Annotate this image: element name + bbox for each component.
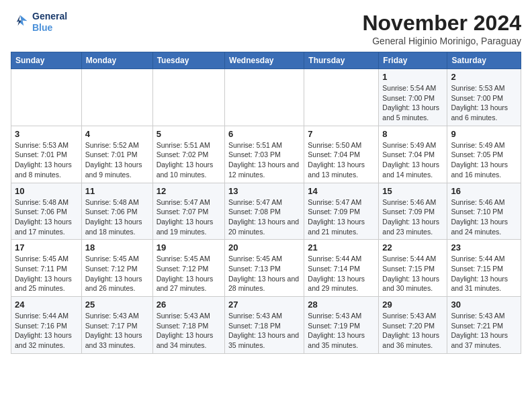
day-number: 1	[382, 72, 443, 82]
day-number: 30	[451, 300, 517, 310]
page-subtitle: General Higinio Morinigo, Paraguay	[362, 36, 521, 46]
calendar-cell	[81, 69, 152, 126]
day-info: Sunrise: 5:45 AMSunset: 7:12 PMDaylight:…	[85, 254, 149, 293]
calendar-cell	[225, 69, 304, 126]
day-number: 15	[382, 186, 443, 196]
calendar-cell	[304, 69, 379, 126]
calendar-cell: 4Sunrise: 5:52 AMSunset: 7:01 PMDaylight…	[81, 126, 152, 183]
calendar-cell: 1Sunrise: 5:54 AMSunset: 7:00 PMDaylight…	[379, 69, 447, 126]
calendar-cell: 5Sunrise: 5:51 AMSunset: 7:02 PMDaylight…	[152, 126, 224, 183]
weekday-header-row: SundayMondayTuesdayWednesdayThursdayFrid…	[11, 52, 521, 69]
day-info: Sunrise: 5:44 AMSunset: 7:16 PMDaylight:…	[15, 311, 78, 351]
day-info: Sunrise: 5:46 AMSunset: 7:10 PMDaylight:…	[451, 197, 517, 237]
day-number: 11	[85, 186, 149, 196]
calendar-cell: 29Sunrise: 5:43 AMSunset: 7:20 PMDayligh…	[379, 297, 447, 354]
day-number: 14	[308, 186, 375, 196]
day-number: 3	[15, 129, 78, 139]
day-number: 9	[451, 129, 517, 139]
calendar-cell: 10Sunrise: 5:48 AMSunset: 7:06 PMDayligh…	[11, 183, 82, 240]
day-info: Sunrise: 5:44 AMSunset: 7:14 PMDaylight:…	[308, 254, 375, 293]
day-info: Sunrise: 5:46 AMSunset: 7:09 PMDaylight:…	[382, 197, 443, 237]
calendar-cell: 2Sunrise: 5:53 AMSunset: 7:00 PMDaylight…	[447, 69, 521, 126]
day-info: Sunrise: 5:54 AMSunset: 7:00 PMDaylight:…	[382, 83, 443, 123]
calendar-cell: 30Sunrise: 5:43 AMSunset: 7:21 PMDayligh…	[447, 297, 521, 354]
day-number: 28	[308, 300, 375, 310]
day-info: Sunrise: 5:52 AMSunset: 7:01 PMDaylight:…	[85, 140, 149, 180]
calendar-cell: 9Sunrise: 5:49 AMSunset: 7:05 PMDaylight…	[447, 126, 521, 183]
logo: General Blue	[11, 11, 67, 34]
day-number: 10	[15, 186, 78, 196]
calendar-cell: 18Sunrise: 5:45 AMSunset: 7:12 PMDayligh…	[81, 240, 152, 297]
title-block: November 2024 General Higinio Morinigo, …	[362, 11, 521, 46]
day-info: Sunrise: 5:51 AMSunset: 7:02 PMDaylight:…	[157, 140, 221, 180]
calendar-week-1: 1Sunrise: 5:54 AMSunset: 7:00 PMDaylight…	[11, 69, 521, 126]
day-number: 22	[382, 242, 443, 253]
day-number: 26	[157, 300, 221, 310]
calendar-cell: 13Sunrise: 5:47 AMSunset: 7:08 PMDayligh…	[225, 183, 304, 240]
weekday-header-saturday: Saturday	[447, 52, 521, 69]
day-info: Sunrise: 5:49 AMSunset: 7:04 PMDaylight:…	[382, 140, 443, 180]
day-info: Sunrise: 5:47 AMSunset: 7:08 PMDaylight:…	[228, 197, 300, 237]
day-info: Sunrise: 5:44 AMSunset: 7:15 PMDaylight:…	[451, 254, 517, 293]
day-number: 23	[451, 242, 517, 253]
calendar-table: SundayMondayTuesdayWednesdayThursdayFrid…	[11, 52, 521, 354]
day-info: Sunrise: 5:43 AMSunset: 7:21 PMDaylight:…	[451, 311, 517, 351]
calendar-week-4: 17Sunrise: 5:45 AMSunset: 7:11 PMDayligh…	[11, 240, 521, 297]
day-info: Sunrise: 5:43 AMSunset: 7:18 PMDaylight:…	[228, 311, 300, 351]
day-info: Sunrise: 5:43 AMSunset: 7:19 PMDaylight:…	[308, 311, 375, 351]
day-info: Sunrise: 5:47 AMSunset: 7:07 PMDaylight:…	[157, 197, 221, 237]
calendar-cell: 25Sunrise: 5:43 AMSunset: 7:17 PMDayligh…	[81, 297, 152, 354]
weekday-header-monday: Monday	[81, 52, 152, 69]
day-number: 16	[451, 186, 517, 196]
calendar-cell	[11, 69, 82, 126]
day-number: 13	[228, 186, 300, 196]
day-number: 12	[157, 186, 221, 196]
calendar-cell: 19Sunrise: 5:45 AMSunset: 7:12 PMDayligh…	[152, 240, 224, 297]
calendar-cell: 8Sunrise: 5:49 AMSunset: 7:04 PMDaylight…	[379, 126, 447, 183]
day-info: Sunrise: 5:48 AMSunset: 7:06 PMDaylight:…	[15, 197, 78, 237]
weekday-header-sunday: Sunday	[11, 52, 82, 69]
day-info: Sunrise: 5:53 AMSunset: 7:01 PMDaylight:…	[15, 140, 78, 180]
day-number: 20	[228, 242, 300, 253]
day-info: Sunrise: 5:53 AMSunset: 7:00 PMDaylight:…	[451, 83, 517, 123]
day-number: 4	[85, 129, 149, 139]
calendar-cell: 7Sunrise: 5:50 AMSunset: 7:04 PMDaylight…	[304, 126, 379, 183]
day-number: 21	[308, 242, 375, 253]
calendar-cell: 12Sunrise: 5:47 AMSunset: 7:07 PMDayligh…	[152, 183, 224, 240]
calendar-cell: 3Sunrise: 5:53 AMSunset: 7:01 PMDaylight…	[11, 126, 82, 183]
calendar-cell: 20Sunrise: 5:45 AMSunset: 7:13 PMDayligh…	[225, 240, 304, 297]
calendar-cell: 24Sunrise: 5:44 AMSunset: 7:16 PMDayligh…	[11, 297, 82, 354]
weekday-header-wednesday: Wednesday	[225, 52, 304, 69]
weekday-header-tuesday: Tuesday	[152, 52, 224, 69]
calendar-cell	[152, 69, 224, 126]
day-number: 8	[382, 129, 443, 139]
calendar-cell: 21Sunrise: 5:44 AMSunset: 7:14 PMDayligh…	[304, 240, 379, 297]
day-number: 25	[85, 300, 149, 310]
day-number: 18	[85, 242, 149, 253]
day-info: Sunrise: 5:43 AMSunset: 7:18 PMDaylight:…	[157, 311, 221, 351]
day-number: 5	[157, 129, 221, 139]
day-number: 2	[451, 72, 517, 82]
calendar-cell: 22Sunrise: 5:44 AMSunset: 7:15 PMDayligh…	[379, 240, 447, 297]
day-number: 6	[228, 129, 300, 139]
calendar-week-3: 10Sunrise: 5:48 AMSunset: 7:06 PMDayligh…	[11, 183, 521, 240]
day-info: Sunrise: 5:51 AMSunset: 7:03 PMDaylight:…	[228, 140, 300, 180]
day-info: Sunrise: 5:45 AMSunset: 7:11 PMDaylight:…	[15, 254, 78, 293]
page-header: General Blue November 2024 General Higin…	[11, 11, 521, 46]
day-info: Sunrise: 5:49 AMSunset: 7:05 PMDaylight:…	[451, 140, 517, 180]
day-number: 7	[308, 129, 375, 139]
page-title: November 2024	[362, 11, 521, 36]
day-info: Sunrise: 5:43 AMSunset: 7:17 PMDaylight:…	[85, 311, 149, 351]
calendar-cell: 17Sunrise: 5:45 AMSunset: 7:11 PMDayligh…	[11, 240, 82, 297]
day-info: Sunrise: 5:48 AMSunset: 7:06 PMDaylight:…	[85, 197, 149, 237]
day-number: 29	[382, 300, 443, 310]
day-number: 17	[15, 242, 78, 253]
calendar-cell: 15Sunrise: 5:46 AMSunset: 7:09 PMDayligh…	[379, 183, 447, 240]
calendar-cell: 16Sunrise: 5:46 AMSunset: 7:10 PMDayligh…	[447, 183, 521, 240]
day-info: Sunrise: 5:45 AMSunset: 7:13 PMDaylight:…	[228, 254, 300, 293]
calendar-cell: 6Sunrise: 5:51 AMSunset: 7:03 PMDaylight…	[225, 126, 304, 183]
day-info: Sunrise: 5:43 AMSunset: 7:20 PMDaylight:…	[382, 311, 443, 351]
weekday-header-friday: Friday	[379, 52, 447, 69]
day-number: 27	[228, 300, 300, 310]
calendar-cell: 11Sunrise: 5:48 AMSunset: 7:06 PMDayligh…	[81, 183, 152, 240]
